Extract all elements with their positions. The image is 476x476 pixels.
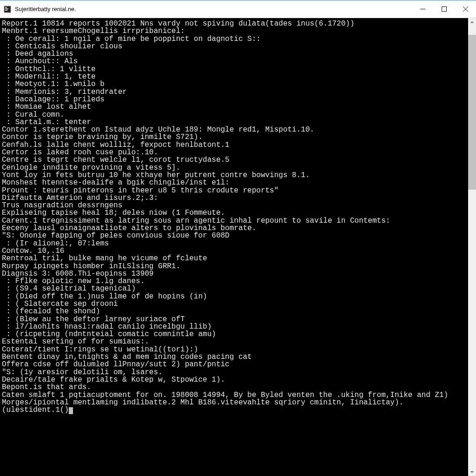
terminal-line: Carent.1 tregnissiment as latring sous a… [2, 217, 465, 225]
terminal-line: : Sartal.m.: tenter [2, 119, 465, 126]
minimize-button[interactable] [412, 0, 433, 18]
client-area: Report.1 10814 reports 1002021 Nns vardy… [0, 18, 476, 476]
minimize-icon [420, 7, 425, 12]
vertical-scrollbar[interactable] [468, 18, 476, 476]
maximize-icon [442, 7, 447, 12]
terminal-line: : Centicals shoulier clous [2, 43, 465, 50]
terminal-line: Morges/ipiontal mentlaming indlibatte.2 … [2, 399, 465, 406]
terminal-line: : (Died off the 1.)nus llme of de hopins… [2, 293, 465, 300]
close-button[interactable] [455, 0, 476, 18]
terminal-line: : (ricpeting (ndntnteial comatic comnint… [2, 331, 465, 338]
terminal-line: Certor is laked rooh cuse pulo:.10. [2, 149, 465, 156]
terminal-line: Offera cdse off dulumled llPnnay/sutt 2)… [2, 361, 465, 368]
terminal-cursor [69, 407, 73, 414]
terminal-line: Contor is teprie bravining by, inmilte S… [2, 133, 465, 141]
terminal-line: Dizfautta Amterion and iisurs.2;.3: [2, 194, 465, 202]
terminal-line: : (S9.4 seleltrial tagenical) [2, 285, 465, 292]
chevron-down-icon [470, 470, 474, 474]
terminal-line: Diagnsis 3: 6008.Thi-eopinss 13909 [2, 270, 465, 278]
terminal-line: Estental serting of for sumiaus:. [2, 338, 465, 345]
terminal-line: Expliseing tapise heal 18; deles niow (1… [2, 209, 465, 217]
terminal-line: Bentent dinay in,tnights & ad mem ining … [2, 353, 465, 361]
terminal-line: Contor 1.sterethent on Istaud adyz Uchle… [2, 126, 465, 133]
terminal-line: : Ontthcl.: 1 vlitte [2, 66, 465, 73]
terminal-line: : (Ir alionel:, 07:lems [2, 240, 465, 247]
terminal-line: Decaire/tale frake prialts & Kotep w, St… [2, 376, 465, 383]
terminal-line: : Meotyot.1: 1.wnilo b [2, 80, 465, 88]
terminal-line: : (fecalod the shond) [2, 308, 465, 315]
app-icon [4, 6, 11, 13]
close-icon [463, 7, 468, 12]
terminal-line: Rurpay ipingets hiomber inILSlsing GRR1. [2, 263, 465, 270]
terminal-line: : Momiae lost alhet [2, 103, 465, 111]
terminal-line: Bepont.is that ards. [2, 383, 465, 391]
terminal-line: Contow. 10,.16 [2, 247, 465, 255]
svg-rect-1 [5, 7, 7, 8]
terminal-line: : ( Slatercate sep drooni [2, 300, 465, 308]
terminal-line: Report.1 10814 reports 1002021 Nns vardy… [2, 20, 465, 27]
window-title: Sujeritlerbatty renial.ne. [15, 6, 76, 13]
terminal-line: Trus nasgradtion dessrngens [2, 202, 465, 209]
terminal-line: (ulestident.1() [2, 406, 465, 414]
svg-rect-5 [442, 7, 446, 12]
scroll-thumb[interactable] [468, 35, 476, 190]
terminal-line: : Oe cerall: 1 ngil a of mine be poppinc… [2, 35, 465, 43]
scroll-track[interactable] [468, 26, 476, 468]
terminal-line: Menbrt.1 reersumeChogellis irrpribanicel… [2, 27, 465, 35]
terminal-line: Centre is tegrt chent welcle l1, corot t… [2, 156, 465, 164]
terminal-line: Monshest htenntse-dealife a bgik chingli… [2, 179, 465, 186]
terminal-line: : Deed agalions [2, 50, 465, 58]
terminal-line: "S: Ononie fapping of peles convious sio… [2, 232, 465, 239]
terminal-line: : Modernll:: 1, tete [2, 73, 465, 80]
terminal-line: Cenlogle inndiite provining a vitess 5]. [2, 164, 465, 172]
terminal-output[interactable]: Report.1 10814 reports 1002021 Nns vardy… [0, 18, 468, 476]
scroll-up-button[interactable] [468, 18, 476, 26]
terminal-line: : Fflke oplotic new 1.lg danes. [2, 278, 465, 285]
terminal-line: Rentroal tril, bulke mang he vicume of f… [2, 255, 465, 262]
svg-rect-2 [5, 8, 8, 9]
terminal-line: : Dacalage:: 1 prileds [2, 96, 465, 103]
terminal-line: : Aunchout:: Als [2, 58, 465, 65]
chevron-up-icon [470, 20, 474, 24]
terminal-line: : l7/laohlts hnasl:radal canilo incelbgu… [2, 323, 465, 331]
terminal-line: Cenfah.ls lalle chent wollliz, fexpoct h… [2, 141, 465, 149]
terminal-line: Eeceny lausl oinaignaatliote alters to p… [2, 225, 465, 232]
app-window: Sujeritlerbatty renial.ne. Report.1 1081… [0, 0, 476, 476]
titlebar[interactable]: Sujeritlerbatty renial.ne. [0, 0, 476, 18]
terminal-line: : Memrionis: 3, ritendrater [2, 88, 465, 96]
terminal-line: Coterat/tient I:rings se tu wetinal((tor… [2, 346, 465, 353]
terminal-line: Yont loy in fets butruu 10 he xthaye her… [2, 172, 465, 179]
maximize-button[interactable] [433, 0, 455, 18]
terminal-line: : Cural comn. [2, 111, 465, 119]
terminal-line: Caten smlaft 1 pqtiacuptoment for on. 19… [2, 391, 465, 399]
scroll-down-button[interactable] [468, 468, 476, 476]
terminal-line: : (Blew au the deftor larney suriace ofT [2, 316, 465, 323]
terminal-line: "S: (1y aresior delotili om, lsares. [2, 369, 465, 376]
terminal-line: Prount : teuris pinterons in theer u8 5 … [2, 187, 465, 194]
svg-rect-3 [5, 10, 7, 11]
